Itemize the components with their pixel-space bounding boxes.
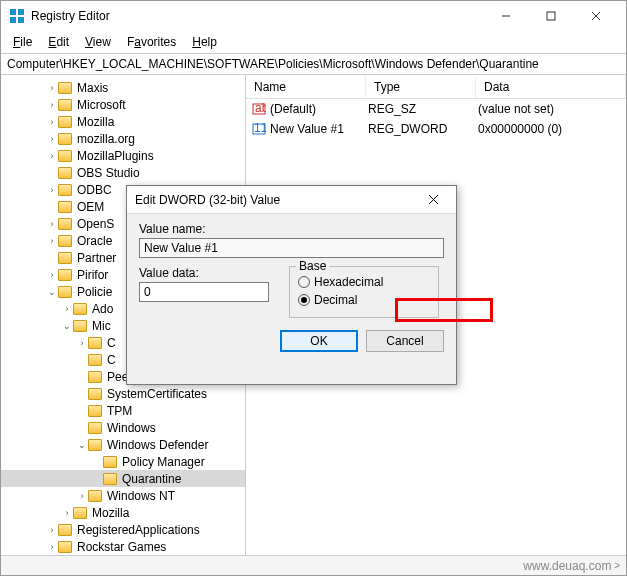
folder-icon [58, 252, 72, 264]
dialog-titlebar: Edit DWORD (32-bit) Value [127, 186, 456, 214]
radio-hexadecimal[interactable]: Hexadecimal [298, 273, 430, 291]
tree-item[interactable]: ›Microsoft [1, 96, 245, 113]
folder-icon [58, 116, 72, 128]
chevron-right-icon[interactable]: › [46, 270, 58, 280]
maximize-button[interactable] [528, 2, 573, 30]
tree-item[interactable]: ⌄Windows Defender [1, 436, 245, 453]
dialog-body: Value name: Value data: Base Hexadecimal… [127, 214, 456, 362]
tree-item-label: OBS Studio [75, 166, 142, 180]
chevron-right-icon[interactable]: › [46, 236, 58, 246]
tree-item[interactable]: ›mozilla.org [1, 130, 245, 147]
folder-icon [73, 507, 87, 519]
value-data-input[interactable] [139, 282, 269, 302]
folder-icon [58, 524, 72, 536]
close-button[interactable] [573, 2, 618, 30]
chevron-right-icon[interactable]: › [46, 151, 58, 161]
chevron-right-icon[interactable]: › [76, 338, 88, 348]
folder-icon [58, 218, 72, 230]
value-name-input [139, 238, 444, 258]
header-data[interactable]: Data [476, 76, 626, 98]
tree-item-label: Mic [90, 319, 113, 333]
minimize-button[interactable] [483, 2, 528, 30]
header-type[interactable]: Type [366, 76, 476, 98]
chevron-right-icon[interactable]: › [46, 100, 58, 110]
chevron-right-icon[interactable]: › [46, 525, 58, 535]
menu-file[interactable]: File [7, 33, 38, 51]
tree-item[interactable]: Windows [1, 419, 245, 436]
menu-help[interactable]: Help [186, 33, 223, 51]
annotation-highlight [395, 298, 493, 322]
folder-icon [58, 150, 72, 162]
folder-icon [58, 286, 72, 298]
chevron-right-icon[interactable]: › [61, 508, 73, 518]
tree-item[interactable]: ›MozillaPlugins [1, 147, 245, 164]
chevron-right-icon[interactable]: › [46, 542, 58, 552]
tree-item[interactable]: ›RegisteredApplications [1, 521, 245, 538]
folder-icon [88, 439, 102, 451]
folder-icon [73, 320, 87, 332]
tree-item-label: Policie [75, 285, 114, 299]
tree-item[interactable]: TPM [1, 402, 245, 419]
tree-item-label: C [105, 353, 118, 367]
value-data: 0x00000000 (0) [476, 120, 626, 138]
tree-item[interactable]: ›Mozilla [1, 504, 245, 521]
tree-item-label: Mozilla [90, 506, 131, 520]
value-data-label: Value data: [139, 266, 269, 280]
list-row[interactable]: ab(Default)REG_SZ(value not set) [246, 99, 626, 119]
tree-item[interactable]: Quarantine [1, 470, 245, 487]
folder-icon [88, 354, 102, 366]
chevron-down-icon[interactable]: ⌄ [76, 440, 88, 450]
tree-item-label: Policy Manager [120, 455, 207, 469]
tree-item-label: Mozilla [75, 115, 116, 129]
tree-item[interactable]: ›Rockstar Games [1, 538, 245, 555]
dialog-title: Edit DWORD (32-bit) Value [135, 193, 418, 207]
folder-icon [58, 235, 72, 247]
tree-item[interactable]: ›Maxis [1, 79, 245, 96]
tree-item-label: Windows Defender [105, 438, 210, 452]
menu-view[interactable]: View [79, 33, 117, 51]
menu-edit[interactable]: Edit [42, 33, 75, 51]
tree-item-label: Pirifor [75, 268, 110, 282]
string-value-icon: ab [252, 102, 266, 116]
chevron-down-icon[interactable]: ⌄ [46, 287, 58, 297]
address-bar[interactable]: Computer\HKEY_LOCAL_MACHINE\SOFTWARE\Pol… [1, 53, 626, 75]
tree-item[interactable]: ›Mozilla [1, 113, 245, 130]
chevron-right-icon[interactable]: › [46, 83, 58, 93]
tree-item[interactable]: SystemCertificates [1, 385, 245, 402]
tree-item[interactable]: OBS Studio [1, 164, 245, 181]
cancel-button[interactable]: Cancel [366, 330, 444, 352]
chevron-right-icon[interactable]: › [61, 304, 73, 314]
radio-icon [298, 294, 310, 306]
svg-rect-2 [10, 17, 16, 23]
statusbar: www.deuaq.com > [1, 555, 626, 575]
tree-item-label: RegisteredApplications [75, 523, 202, 537]
window-title: Registry Editor [31, 9, 483, 23]
chevron-right-icon: > [611, 560, 620, 571]
chevron-right-icon[interactable]: › [76, 491, 88, 501]
folder-icon [73, 303, 87, 315]
chevron-right-icon[interactable]: › [46, 134, 58, 144]
folder-icon [88, 490, 102, 502]
list-row[interactable]: 110New Value #1REG_DWORD0x00000000 (0) [246, 119, 626, 139]
tree-item-label: Microsoft [75, 98, 128, 112]
chevron-right-icon[interactable]: › [46, 219, 58, 229]
chevron-right-icon[interactable]: › [46, 117, 58, 127]
folder-icon [58, 82, 72, 94]
hex-label: Hexadecimal [314, 275, 383, 289]
ok-button[interactable]: OK [280, 330, 358, 352]
header-name[interactable]: Name [246, 76, 366, 98]
registry-editor-window: Registry Editor File Edit View Favorites… [0, 0, 627, 576]
folder-icon [88, 405, 102, 417]
chevron-down-icon[interactable]: ⌄ [61, 321, 73, 331]
tree-item[interactable]: Policy Manager [1, 453, 245, 470]
folder-icon [103, 473, 117, 485]
window-controls [483, 2, 618, 30]
tree-item[interactable]: ›Windows NT [1, 487, 245, 504]
dialog-close-button[interactable] [418, 192, 448, 208]
base-legend: Base [296, 259, 329, 273]
menu-favorites[interactable]: Favorites [121, 33, 182, 51]
tree-item-label: Ado [90, 302, 115, 316]
dword-value-icon: 110 [252, 122, 266, 136]
chevron-right-icon[interactable]: › [46, 185, 58, 195]
svg-rect-5 [547, 12, 555, 20]
